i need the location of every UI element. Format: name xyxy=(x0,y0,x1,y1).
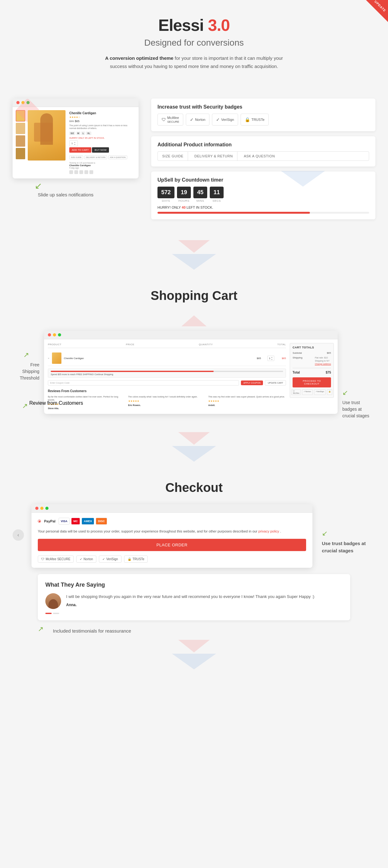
cart-sidebar: CART TOTALS Subtotal $65 Shipping xyxy=(290,343,334,410)
social-icon-5[interactable] xyxy=(89,170,93,174)
free-shipping-arrow: ↗ xyxy=(12,350,39,360)
checkout-layout: ‹ PayPal xyxy=(12,504,376,568)
shipping-detail: Flat rate: $10 Shipping to NY Change add… xyxy=(315,356,331,365)
info-tab-size[interactable]: SIZE GUIDE xyxy=(158,152,188,160)
qty-down-icon[interactable]: ▼ xyxy=(271,359,273,360)
cart-main: PRODUCT PRICE QUANTITY TOTAL × Chenille … xyxy=(48,343,286,410)
customer-text: Tommy in US purchased a xyxy=(69,162,134,164)
hurry-suffix: LEFT IN STOCK. xyxy=(186,206,213,209)
countdown-secs: 11 SECS xyxy=(210,187,223,203)
qty-down[interactable]: ▼ xyxy=(74,144,76,146)
social-icons xyxy=(69,170,134,174)
dot-1[interactable] xyxy=(46,613,52,614)
checkout-mockup: PayPal VISA MC AMEX DISC Your pe xyxy=(31,504,312,568)
prev-arrow[interactable]: ‹ xyxy=(12,529,24,541)
change-address[interactable]: Change address xyxy=(315,363,331,366)
tri-pink-2 xyxy=(181,315,207,327)
shipping-row: Shipping Flat rate: $10 Shipping to NY C… xyxy=(293,356,331,365)
testimonial-content: I will be shopping through you again in … xyxy=(46,593,342,609)
product-mock-desc: The point of using Lorem ipsum is that i… xyxy=(69,124,134,130)
social-icon-2[interactable] xyxy=(74,170,78,174)
product-mock-sizes: S/2 M L XL xyxy=(69,131,134,135)
product-page-mock: Chenille Cardigan ★★★★☆ $85 $65 The poin… xyxy=(12,107,139,179)
cart-item-qty: 1 ▲ ▼ xyxy=(266,355,275,361)
tab-question[interactable]: ASK A QUESTION xyxy=(108,155,127,159)
security-badges-title: Increase trust with Security badges xyxy=(157,104,369,110)
deco-triangles-3 xyxy=(0,432,388,462)
cart-totals-title: CART TOTALS xyxy=(293,346,331,349)
norton-icon: ✓ xyxy=(190,117,194,122)
cart-item-row: × Chenille Cardigan $65 1 xyxy=(48,350,286,366)
review-label-row: ↗ Review from Customers xyxy=(22,400,376,410)
size-m[interactable]: M xyxy=(76,131,81,135)
size-xl[interactable]: XL xyxy=(86,131,91,135)
social-icon-3[interactable] xyxy=(79,170,83,174)
checkout-dot-yellow xyxy=(40,507,43,510)
checkout-mcafee-text: McAfee SECURE xyxy=(46,557,70,561)
tab-size-guide[interactable]: SIZE GUIDE xyxy=(69,155,83,159)
hero-title-main: Elessi xyxy=(158,16,204,34)
cart-item-total: $65 xyxy=(278,357,286,360)
thumb-4[interactable] xyxy=(16,148,25,159)
header-total: TOTAL xyxy=(277,343,286,346)
cart-badge-1: 🛡McAfee xyxy=(291,389,301,395)
apply-coupon-btn[interactable]: APPLY COUPON xyxy=(241,380,263,385)
review-from-customers-text: Review from Customers xyxy=(29,400,83,406)
privacy-text: Your personal data will be used to proce… xyxy=(38,528,306,534)
qty-up-icon[interactable]: ▲ xyxy=(271,356,273,358)
header-price: PRICE xyxy=(126,343,135,346)
cart-section-title: Shopping Cart xyxy=(0,273,388,312)
social-icon-4[interactable] xyxy=(84,170,88,174)
paypal-radio[interactable] xyxy=(38,520,41,523)
secs-label: SECS xyxy=(210,199,223,203)
buy-now-btn[interactable]: BUY NOW xyxy=(92,147,109,153)
tab-delivery[interactable]: DELIVERY & RETURN xyxy=(84,155,107,159)
countdown-box: 572 DAYS 19 HOURS 45 MINS 11 xyxy=(157,187,369,203)
badge-truste: 🔒 TRUSTe xyxy=(241,114,269,126)
dot-2[interactable] xyxy=(53,613,59,614)
cart-item-img xyxy=(52,352,61,364)
thumb-3[interactable] xyxy=(16,135,25,147)
verisign-label: VeriSign xyxy=(221,118,234,122)
privacy-policy-link[interactable]: privacy policy xyxy=(258,529,279,533)
tri-blue-1 xyxy=(172,254,216,270)
hero-desc: A conversion optimized theme for your st… xyxy=(99,54,289,70)
product-mock-stars: ★★★★☆ xyxy=(69,116,134,119)
info-tab-delivery[interactable]: DELIVERY & RETURN xyxy=(190,152,237,160)
product-features: Increase trust with Security badges 🛡 Mc… xyxy=(151,98,376,224)
thumb-2[interactable] xyxy=(16,123,25,134)
testimonial-author: Anna. xyxy=(66,603,314,607)
testimonial-avatar xyxy=(46,593,61,609)
header-product: PRODUCT xyxy=(48,343,61,346)
tri-pink-1 xyxy=(178,240,210,253)
checkout-btn[interactable]: PROCEED TO CHECKOUT xyxy=(293,377,331,388)
product-tabs: SIZE GUIDE DELIVERY & RETURN ASK A QUEST… xyxy=(69,155,134,159)
verisign-icon: ✓ xyxy=(216,117,220,122)
testimonial-wrapper: What They Are Saying I will be shopping … xyxy=(12,574,376,633)
remove-btn[interactable]: × xyxy=(48,357,50,360)
social-icon-1[interactable] xyxy=(69,170,73,174)
update-cart-btn[interactable]: UPDATE CART xyxy=(265,380,286,385)
info-tab-question[interactable]: ASK A QUESTION xyxy=(239,152,279,160)
checkout-trust-badges: 🛡 McAfee SECURE ✓ Norton ✓ VeriSign xyxy=(38,556,306,563)
countdown-days: 572 DAYS xyxy=(157,187,175,203)
cart-header-row: PRODUCT PRICE QUANTITY TOTAL xyxy=(48,343,286,348)
product-thumbs xyxy=(16,110,25,175)
size-l[interactable]: L xyxy=(81,131,85,135)
hero-section: Elessi 3.0 Designed for conversions A co… xyxy=(0,0,388,92)
coupon-input[interactable]: Enter Coupon Code xyxy=(48,380,239,385)
countdown-hours: 19 HOURS xyxy=(177,187,191,203)
qty-up[interactable]: ▲ xyxy=(74,141,76,143)
shipping-bar-main: Spend $35 more to reach FREE SHIPPING! C… xyxy=(51,373,113,375)
shipping-label: Shipping xyxy=(293,356,302,365)
checkout-badge-truste: 🔒 TRUSTe xyxy=(124,556,148,563)
mcafee-label: McAfeeSECURE xyxy=(167,116,179,123)
mins-num: 45 xyxy=(193,187,207,198)
place-order-btn[interactable]: PLACE ORDER xyxy=(38,539,306,551)
size-s[interactable]: S/2 xyxy=(69,131,75,135)
add-to-cart-btn[interactable]: ADD TO CART xyxy=(69,147,91,153)
trust-arrow-icon: ↙ xyxy=(342,388,376,398)
days-num: 572 xyxy=(157,187,175,198)
reviews-title: Reviews From Customers xyxy=(48,389,286,393)
review-3-text: This was my first order and I was super … xyxy=(208,395,286,398)
